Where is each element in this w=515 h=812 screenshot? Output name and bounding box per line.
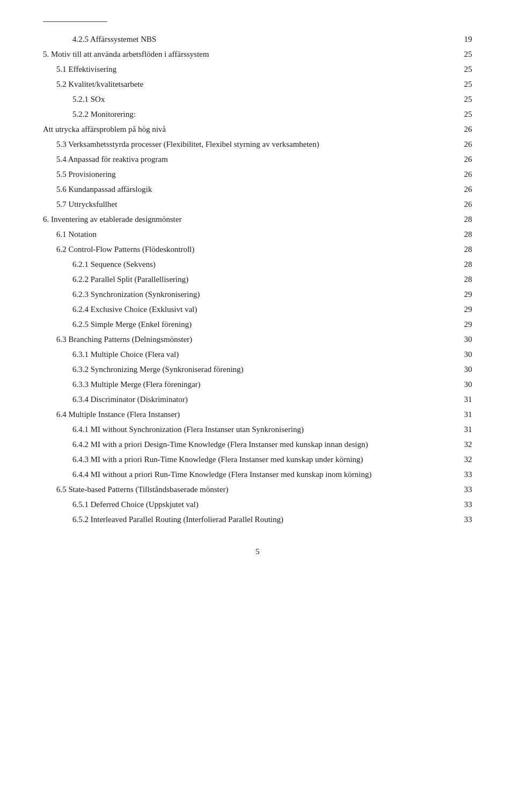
entry-text: 6.3.4 Discriminator (Diskriminator): [43, 393, 456, 406]
page-num: 29: [456, 303, 472, 316]
page-num: 25: [456, 63, 472, 76]
entry-text: 6.4.4 MI without a priori Run-Time Knowl…: [43, 468, 456, 481]
entry-text: 6.3.3 Multiple Merge (Flera föreningar): [43, 378, 456, 391]
page-num: 28: [456, 243, 472, 256]
page-num: 32: [456, 438, 472, 451]
page-num: 33: [456, 483, 472, 496]
entry-text: 6.5 State-based Patterns (Tillståndsbase…: [43, 483, 456, 496]
entry-text: 5.2.2 Monitorering:: [43, 108, 456, 121]
page-num: 31: [456, 423, 472, 436]
entry-text: 6.4.2 MI with a priori Design-Time Knowl…: [43, 438, 456, 451]
entry-text: 6.2.5 Simple Merge (Enkel förening): [43, 318, 456, 331]
entry-text: 6.4.1 MI without Synchronization (Flera …: [43, 423, 456, 436]
toc-entry-e27: 6.4.1 MI without Synchronization (Flera …: [43, 423, 472, 436]
toc-entry-e19: 6.2.4 Exclusive Choice (Exklusivt val) 2…: [43, 303, 472, 316]
entry-text: 5.2 Kvalitet/kvalitetsarbete: [43, 78, 456, 91]
toc-entry-e14: 6.1 Notation 28: [43, 228, 472, 241]
page-num: 28: [456, 213, 472, 226]
toc-entry-e24: 6.3.3 Multiple Merge (Flera föreningar) …: [43, 378, 472, 391]
entry-text: Att utrycka affärsproblem på hög nivå: [43, 123, 456, 136]
top-rule: [43, 21, 107, 22]
page-num: 29: [456, 318, 472, 331]
page-num: 26: [456, 183, 472, 196]
toc-container: 4.2.5 Affärssystemet NBS 19 5. Motiv til…: [43, 33, 472, 526]
page-num: 28: [456, 273, 472, 286]
entry-text: 5.5 Provisionering: [43, 168, 456, 181]
entry-text: 5.7 Uttrycksfullhet: [43, 198, 456, 211]
entry-text: 6.2.3 Synchronization (Synkronisering): [43, 288, 456, 301]
page-num: 26: [456, 153, 472, 166]
page-num: 25: [456, 108, 472, 121]
toc-entry-e18: 6.2.3 Synchronization (Synkronisering) 2…: [43, 288, 472, 301]
page-num: 25: [456, 78, 472, 91]
page-num: 28: [456, 258, 472, 271]
toc-entry-e7: Att utrycka affärsproblem på hög nivå 26: [43, 123, 472, 136]
entry-text: 5.3 Verksamhetsstyrda processer (Flexibi…: [43, 138, 456, 151]
toc-entry-e29: 6.4.3 MI with a priori Run-Time Knowledg…: [43, 453, 472, 466]
entry-text: 6.4.3 MI with a priori Run-Time Knowledg…: [43, 453, 456, 466]
toc-entry-e22: 6.3.1 Multiple Choice (Flera val) 30: [43, 348, 472, 361]
toc-entry-e10: 5.5 Provisionering 26: [43, 168, 472, 181]
toc-entry-e9: 5.4 Anpassad för reaktiva program 26: [43, 153, 472, 166]
page-num: 31: [456, 408, 472, 421]
entry-text: 6.5.2 Interleaved Parallel Routing (Inte…: [43, 513, 456, 526]
toc-entry-e12: 5.7 Uttrycksfullhet 26: [43, 198, 472, 211]
entry-text: 6.3.1 Multiple Choice (Flera val): [43, 348, 456, 361]
page-num: 30: [456, 348, 472, 361]
toc-entry-e15: 6.2 Control-Flow Patterns (Flödeskontrol…: [43, 243, 472, 256]
page-num: 28: [456, 228, 472, 241]
toc-entry-e2: 5. Motiv till att använda arbetsflöden i…: [43, 48, 472, 61]
toc-entry-e32: 6.5.1 Deferred Choice (Uppskjutet val) 3…: [43, 498, 472, 511]
page-num: 33: [456, 468, 472, 481]
page-num: 25: [456, 48, 472, 61]
toc-entry-e13: 6. Inventering av etablerade designmönst…: [43, 213, 472, 226]
entry-text: 6.2.4 Exclusive Choice (Exklusivt val): [43, 303, 456, 316]
entry-text: 5.1 Effektivisering: [43, 63, 456, 76]
page-num: 26: [456, 168, 472, 181]
page-num: 33: [456, 513, 472, 526]
page-num: 26: [456, 198, 472, 211]
toc-entry-e25: 6.3.4 Discriminator (Diskriminator) 31: [43, 393, 472, 406]
page-num: 32: [456, 453, 472, 466]
entry-text: 6.2.2 Parallel Split (Parallellisering): [43, 273, 456, 286]
entry-text: 6.2.1 Sequence (Sekvens): [43, 258, 456, 271]
entry-text: 6.5.1 Deferred Choice (Uppskjutet val): [43, 498, 456, 511]
entry-text: 6.2 Control-Flow Patterns (Flödeskontrol…: [43, 243, 456, 256]
page-num: 30: [456, 378, 472, 391]
page-num: 29: [456, 288, 472, 301]
entry-text: 6.1 Notation: [43, 228, 456, 241]
entry-text: 5. Motiv till att använda arbetsflöden i…: [43, 48, 456, 61]
toc-entry-e11: 5.6 Kundanpassad affärslogik 26: [43, 183, 472, 196]
toc-entry-e23: 6.3.2 Synchronizing Merge (Synkroniserad…: [43, 363, 472, 376]
toc-entry-e8: 5.3 Verksamhetsstyrda processer (Flexibi…: [43, 138, 472, 151]
toc-entry-e20: 6.2.5 Simple Merge (Enkel förening) 29: [43, 318, 472, 331]
entry-text: 6.4 Multiple Instance (Flera Instanser): [43, 408, 456, 421]
entry-text: 5.6 Kundanpassad affärslogik: [43, 183, 456, 196]
entry-text: 6.3.2 Synchronizing Merge (Synkroniserad…: [43, 363, 456, 376]
toc-entry-e3: 5.1 Effektivisering 25: [43, 63, 472, 76]
toc-entry-e31: 6.5 State-based Patterns (Tillståndsbase…: [43, 483, 472, 496]
toc-entry-e5: 5.2.1 SOx 25: [43, 93, 472, 106]
toc-entry-e4: 5.2 Kvalitet/kvalitetsarbete 25: [43, 78, 472, 91]
page-num: 33: [456, 498, 472, 511]
page-num: 25: [456, 93, 472, 106]
toc-entry-e17: 6.2.2 Parallel Split (Parallellisering) …: [43, 273, 472, 286]
toc-entry-e21: 6.3 Branching Patterns (Delningsmönster)…: [43, 333, 472, 346]
page-num: 19: [456, 33, 472, 46]
entry-text: 6.3 Branching Patterns (Delningsmönster): [43, 333, 456, 346]
toc-entry-e28: 6.4.2 MI with a priori Design-Time Knowl…: [43, 438, 472, 451]
page-num: 26: [456, 123, 472, 136]
toc-entry-e1: 4.2.5 Affärssystemet NBS 19: [43, 33, 472, 46]
entry-text: 5.2.1 SOx: [43, 93, 456, 106]
entry-text: 6. Inventering av etablerade designmönst…: [43, 213, 456, 226]
toc-entry-e6: 5.2.2 Monitorering: 25: [43, 108, 472, 121]
toc-entry-e30: 6.4.4 MI without a priori Run-Time Knowl…: [43, 468, 472, 481]
page-num: 26: [456, 138, 472, 151]
page-num: 30: [456, 333, 472, 346]
entry-text: 5.4 Anpassad för reaktiva program: [43, 153, 456, 166]
bottom-page-number: 5: [43, 547, 472, 556]
toc-entry-e26: 6.4 Multiple Instance (Flera Instanser) …: [43, 408, 472, 421]
toc-entry-e16: 6.2.1 Sequence (Sekvens) 28: [43, 258, 472, 271]
toc-entry-e33: 6.5.2 Interleaved Parallel Routing (Inte…: [43, 513, 472, 526]
entry-text: 4.2.5 Affärssystemet NBS: [43, 33, 456, 46]
